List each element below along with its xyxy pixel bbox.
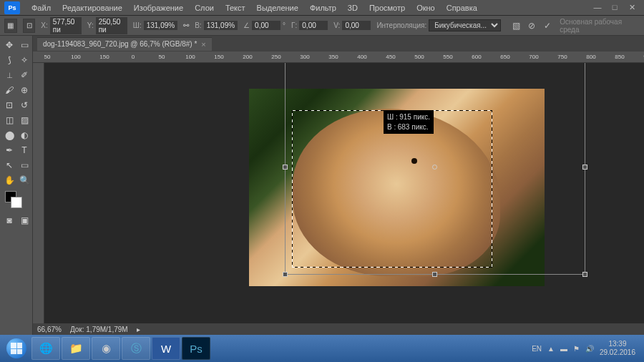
menu-edit[interactable]: Редактирование: [57, 4, 128, 12]
tab-title: dog-1194083_960_720.jpg @ 66,7% (RGB/8#)…: [43, 40, 197, 48]
tray-flag-icon[interactable]: ▲: [547, 345, 555, 353]
shape-tool-icon[interactable]: ▭: [17, 158, 31, 172]
transform-tool-icon[interactable]: ▦: [4, 19, 17, 33]
window-close-icon[interactable]: ✕: [627, 3, 637, 13]
transform-handle-bl[interactable]: [283, 272, 288, 277]
transform-handle-br[interactable]: [582, 272, 587, 277]
transform-handle-lc[interactable]: [283, 165, 288, 170]
transform-handle-rc[interactable]: [582, 165, 587, 170]
h-label: В:: [195, 21, 201, 29]
type-tool-icon[interactable]: T: [17, 143, 31, 157]
window-maximize-icon[interactable]: □: [610, 3, 620, 13]
app-logo: Ps: [4, 1, 20, 14]
commit-transform-icon[interactable]: ✓: [541, 19, 554, 32]
healing-tool-icon[interactable]: ⊕: [17, 83, 31, 97]
ruler-vertical[interactable]: [33, 63, 44, 323]
toolbox: ✥ ▭ ⟆ ✧ ⟂ ✐ 🖌 ⊕ ⊡ ↺ ◫ ▨ ⬤ ◐ ✒ T ↖ ▭ ✋ 🔍 …: [0, 36, 33, 335]
tray-clock[interactable]: 13:39 29.02.2016: [600, 340, 635, 357]
canvas[interactable]: Ш : 915 пикс. В : 683 пикс.: [44, 63, 644, 312]
menu-window[interactable]: Окно: [411, 4, 441, 12]
menu-image[interactable]: Изображение: [128, 4, 189, 12]
menu-3d[interactable]: 3D: [342, 4, 364, 12]
path-tool-icon[interactable]: ↖: [2, 158, 16, 172]
x-label: X:: [41, 21, 47, 29]
menu-view[interactable]: Просмотр: [364, 4, 411, 12]
dimension-tooltip: Ш : 915 пикс. В : 683 пикс.: [384, 110, 434, 134]
y-label: Y:: [87, 21, 94, 29]
lasso-tool-icon[interactable]: ⟆: [2, 53, 16, 67]
crop-tool-icon[interactable]: ⟂: [2, 68, 16, 82]
x-field[interactable]: 577,50 пи: [50, 17, 82, 34]
taskbar-photoshop-icon[interactable]: Ps: [182, 337, 210, 360]
cancel-transform-icon[interactable]: ⊘: [525, 19, 538, 32]
ruler-horizontal[interactable]: 5010015005010015020025030035040045050055…: [33, 52, 644, 63]
quickmask-icon[interactable]: ◙: [2, 213, 16, 228]
hskew-label: Г:: [291, 21, 297, 29]
warp-mode-icon[interactable]: ▧: [509, 19, 522, 32]
menu-select[interactable]: Выделение: [251, 4, 304, 12]
zoom-tool-icon[interactable]: 🔍: [17, 173, 31, 187]
status-zoom[interactable]: 66,67%: [37, 326, 62, 333]
menu-text[interactable]: Текст: [220, 4, 251, 12]
taskbar-word-icon[interactable]: W: [152, 337, 180, 360]
document-tab[interactable]: dog-1194083_960_720.jpg @ 66,7% (RGB/8#)…: [37, 37, 212, 51]
tray-lang[interactable]: EN: [532, 345, 542, 353]
y-field[interactable]: 250,50 пи: [96, 17, 127, 34]
menu-file[interactable]: Файл: [26, 4, 57, 12]
eyedropper-tool-icon[interactable]: ✐: [17, 68, 31, 82]
menu-help[interactable]: Справка: [441, 4, 483, 12]
taskbar-ie-icon[interactable]: 🌐: [31, 337, 60, 360]
transform-handle-bc[interactable]: [432, 272, 437, 277]
brush-tool-icon[interactable]: 🖌: [2, 83, 16, 97]
window-minimize-icon[interactable]: —: [592, 3, 602, 13]
hand-tool-icon[interactable]: ✋: [2, 173, 16, 187]
tray-sound-icon[interactable]: 🔊: [585, 345, 594, 353]
w-label: Ш:: [133, 21, 142, 29]
color-swatch[interactable]: [2, 191, 31, 212]
reference-point-icon[interactable]: ⊡: [23, 19, 36, 33]
move-tool-icon[interactable]: ✥: [2, 38, 16, 52]
menu-layers[interactable]: Слои: [189, 4, 220, 12]
wand-tool-icon[interactable]: ✧: [17, 53, 31, 67]
tab-close-icon[interactable]: ×: [201, 40, 205, 49]
pen-tool-icon[interactable]: ✒: [2, 143, 16, 157]
link-wh-icon[interactable]: ⚯: [183, 21, 189, 29]
screenmode-icon[interactable]: ▣: [17, 213, 31, 228]
taskbar-skype-icon[interactable]: Ⓢ: [122, 337, 150, 360]
gradient-tool-icon[interactable]: ▨: [17, 113, 31, 127]
blur-tool-icon[interactable]: ⬤: [2, 128, 16, 142]
vskew-field[interactable]: 0,00: [342, 21, 371, 30]
eraser-tool-icon[interactable]: ◫: [2, 113, 16, 127]
h-field[interactable]: 131,09%: [204, 21, 238, 30]
interp-select[interactable]: Бикубическая...: [429, 19, 501, 31]
w-field[interactable]: 131,09%: [144, 21, 177, 30]
workspace-label[interactable]: Основная рабочая среда: [560, 18, 640, 34]
angle-field[interactable]: 0,00: [252, 21, 280, 30]
dodge-tool-icon[interactable]: ◐: [17, 128, 31, 142]
angle-label: ∠: [243, 21, 250, 29]
interp-label: Интерполяция:: [376, 21, 426, 29]
tray-action-icon[interactable]: ⚑: [573, 345, 580, 353]
tray-network-icon[interactable]: ▬: [560, 345, 567, 353]
start-button[interactable]: [3, 337, 30, 360]
marquee-tool-icon[interactable]: ▭: [17, 38, 31, 52]
stamp-tool-icon[interactable]: ⊡: [2, 98, 16, 112]
status-doc[interactable]: Док: 1,79M/1,79M: [70, 326, 128, 333]
menu-filter[interactable]: Фильтр: [304, 4, 342, 12]
taskbar-chrome-icon[interactable]: ◉: [92, 337, 120, 360]
vskew-label: V:: [333, 21, 340, 29]
history-brush-icon[interactable]: ↺: [17, 98, 31, 112]
hskew-field[interactable]: 0,00: [299, 21, 328, 30]
taskbar-explorer-icon[interactable]: 📁: [62, 337, 90, 360]
